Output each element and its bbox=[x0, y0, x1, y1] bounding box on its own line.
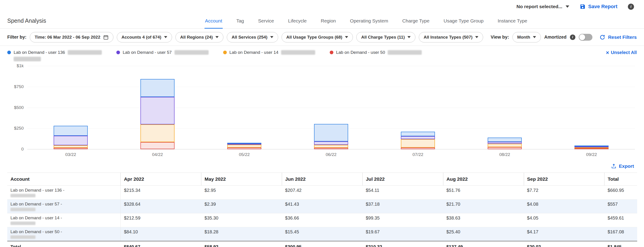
bar-segment-user-57[interactable] bbox=[488, 142, 522, 144]
usage-type-groups-filter-pill[interactable]: All Usage Type Groups (68) bbox=[282, 32, 353, 42]
legend-item-user-136[interactable]: Lab on Demand - user 136 bbox=[7, 50, 102, 61]
tab-lifecycle[interactable]: Lifecycle bbox=[288, 13, 307, 29]
column-header-may-2022[interactable]: May 2022 bbox=[201, 173, 282, 186]
table-cell: $84.10 bbox=[121, 227, 201, 241]
charge-types-filter-pill[interactable]: All Charge Types (11) bbox=[356, 32, 416, 42]
table-cell: $25.40 bbox=[443, 227, 524, 241]
bar-segment-user-50[interactable] bbox=[227, 148, 261, 149]
report-selector[interactable]: No report selected... bbox=[516, 4, 569, 9]
table-header-row: Account Apr 2022 May 2022 Jun 2022 Jul 2… bbox=[7, 173, 637, 186]
bar-segment-user-136[interactable] bbox=[401, 132, 435, 136]
x-axis-tick: 08/22 bbox=[461, 152, 548, 157]
bar-segment-user-136[interactable] bbox=[54, 126, 88, 136]
tab-bar: Account Tag Service Lifecycle Region Ope… bbox=[204, 13, 528, 28]
bar-segment-user-14[interactable] bbox=[54, 145, 88, 148]
tab-instance-type[interactable]: Instance Type bbox=[497, 13, 528, 29]
table-cell: $18.28 bbox=[201, 227, 282, 241]
account-name: Lab on Demand - user 50 - bbox=[10, 229, 117, 234]
bar-segment-user-57[interactable] bbox=[401, 136, 435, 139]
column-header-aug-2022[interactable]: Aug 2022 bbox=[443, 173, 524, 186]
bar-segment-user-14[interactable] bbox=[488, 144, 522, 147]
table-cell: $41.43 bbox=[282, 200, 363, 213]
bar-segment-user-57[interactable] bbox=[54, 136, 88, 145]
bar-segment-user-50[interactable] bbox=[314, 148, 348, 149]
instance-types-filter-pill[interactable]: All Instance Types (507) bbox=[419, 32, 483, 42]
table-cell: $15.45 bbox=[282, 227, 363, 241]
bar-segment-user-136[interactable] bbox=[488, 138, 522, 142]
filter-bar: Filter by: Time: 06 Mar 2022 - 06 Sep 20… bbox=[0, 29, 644, 46]
bar-segment-user-50[interactable] bbox=[140, 142, 174, 149]
bar-segment-user-14[interactable] bbox=[227, 145, 261, 148]
redacted-text bbox=[10, 208, 36, 211]
legend-item-user-57[interactable]: Lab on Demand - user 57 bbox=[116, 50, 208, 55]
bar-segment-user-14[interactable] bbox=[140, 124, 174, 142]
info-icon[interactable]: i bbox=[628, 4, 634, 10]
table-cell: $137.49 bbox=[443, 241, 524, 247]
save-report-label: Save Report bbox=[588, 4, 618, 9]
column-header-account[interactable]: Account bbox=[7, 173, 121, 186]
stacked-bar[interactable] bbox=[227, 143, 261, 149]
page-title: Spend Analysis bbox=[7, 17, 46, 24]
export-button[interactable]: Export bbox=[611, 163, 634, 169]
stacked-bar[interactable] bbox=[488, 138, 522, 149]
tab-account[interactable]: Account bbox=[204, 13, 223, 29]
reset-filters-button[interactable]: Reset Filters bbox=[600, 34, 637, 40]
column-header-apr-2022[interactable]: Apr 2022 bbox=[121, 173, 201, 186]
stacked-bar[interactable] bbox=[140, 79, 174, 149]
tab-service[interactable]: Service bbox=[258, 13, 274, 29]
view-by-select[interactable]: Month bbox=[512, 32, 541, 42]
account-name: Lab on Demand - user 136 - bbox=[10, 188, 117, 193]
regions-filter-pill[interactable]: All Regions (24) bbox=[176, 32, 224, 42]
bar-segment-user-57[interactable] bbox=[314, 141, 348, 145]
amortized-info-icon[interactable]: i bbox=[570, 34, 575, 40]
redacted-text bbox=[10, 194, 36, 197]
amortized-toggle[interactable] bbox=[579, 34, 592, 41]
reset-filters-label: Reset Filters bbox=[608, 34, 637, 40]
column-header-sep-2022[interactable]: Sep 2022 bbox=[524, 173, 604, 186]
regions-filter-label: All Regions (24) bbox=[180, 35, 213, 40]
x-axis-tick: 06/22 bbox=[288, 152, 374, 157]
stacked-bar[interactable] bbox=[54, 126, 88, 149]
account-cell: Lab on Demand - user 136 - bbox=[7, 186, 121, 200]
tab-region[interactable]: Region bbox=[320, 13, 336, 29]
bar-segment-user-136[interactable] bbox=[314, 124, 348, 141]
stacked-bar[interactable] bbox=[401, 132, 435, 149]
unselect-all-button[interactable]: × Unselect All bbox=[606, 50, 637, 55]
table-row: Lab on Demand - user 136 - $215.34 $2.95… bbox=[7, 186, 637, 200]
bar-column-06-22 bbox=[288, 66, 374, 149]
bar-segment-user-57[interactable] bbox=[140, 97, 174, 124]
save-report-button[interactable]: Save Report bbox=[580, 4, 618, 9]
export-row: Export bbox=[0, 157, 644, 171]
stacked-bar[interactable] bbox=[314, 124, 348, 149]
table-cell: $7.72 bbox=[524, 186, 604, 200]
column-header-total[interactable]: Total bbox=[604, 173, 637, 186]
time-filter-pill[interactable]: Time: 06 Mar 2022 - 06 Sep 2022 bbox=[30, 32, 113, 42]
bar-segment-user-50[interactable] bbox=[574, 148, 608, 149]
spend-chart: $1k $750 $500 $250 0 03/22 04/22 05/22 0… bbox=[0, 62, 644, 157]
x-axis-tick: 04/22 bbox=[114, 152, 201, 157]
services-filter-pill[interactable]: All Services (254) bbox=[227, 32, 278, 42]
table-cell: $215.34 bbox=[121, 186, 201, 200]
bar-segment-user-50[interactable] bbox=[488, 147, 522, 149]
bar-segment-user-136[interactable] bbox=[140, 79, 174, 97]
column-header-jun-2022[interactable]: Jun 2022 bbox=[282, 173, 363, 186]
bar-segment-user-14[interactable] bbox=[401, 139, 435, 148]
close-icon: × bbox=[606, 50, 609, 55]
legend-item-user-50[interactable]: Lab on Demand - user 50 bbox=[330, 50, 422, 55]
stacked-bar[interactable] bbox=[574, 146, 608, 149]
tab-charge-type[interactable]: Charge Type bbox=[402, 13, 430, 29]
tab-usage-type-group[interactable]: Usage Type Group bbox=[443, 13, 484, 29]
bar-segment-user-14[interactable] bbox=[314, 145, 348, 148]
bar-segment-user-50[interactable] bbox=[401, 148, 435, 149]
bar-segment-user-50[interactable] bbox=[54, 148, 88, 149]
accounts-filter-pill[interactable]: Accounts 4 (of 674) bbox=[117, 32, 172, 42]
legend-item-user-14[interactable]: Lab on Demand - user 14 bbox=[223, 50, 315, 55]
table-cell: $660.95 bbox=[604, 186, 637, 200]
table-cell: $99.35 bbox=[362, 213, 443, 227]
column-header-jul-2022[interactable]: Jul 2022 bbox=[362, 173, 443, 186]
table-cell: $35.30 bbox=[201, 213, 282, 227]
title-row: Spend Analysis Account Tag Service Lifec… bbox=[0, 13, 644, 29]
tab-tag[interactable]: Tag bbox=[236, 13, 244, 29]
tab-operating-system[interactable]: Operating System bbox=[350, 13, 388, 29]
bar-column-09-22 bbox=[548, 66, 635, 149]
